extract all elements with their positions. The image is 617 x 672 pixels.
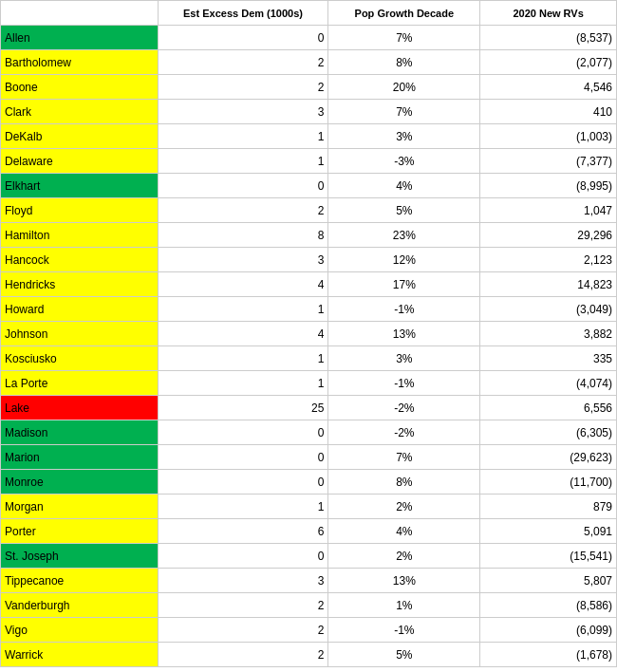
table-row: Hendricks417%14,823: [1, 272, 617, 297]
county-name-cell: Vanderburgh: [1, 593, 159, 618]
new-rv-cell: 4,546: [480, 75, 617, 100]
county-name-cell: Hendricks: [1, 272, 159, 297]
table-row: Hamilton823%29,296: [1, 223, 617, 248]
new-rv-cell: (8,995): [480, 174, 617, 198]
excess-dem-cell: 0: [158, 420, 328, 445]
county-name-cell: Vigo: [1, 618, 159, 643]
excess-dem-cell: 0: [158, 174, 328, 198]
county-name-cell: Tippecanoe: [1, 569, 159, 593]
county-name-cell: Lake: [1, 396, 159, 420]
table-row: Monroe08%(11,700): [1, 470, 617, 495]
pop-growth-cell: 13%: [328, 569, 480, 593]
table-row: Marion07%(29,623): [1, 445, 617, 470]
data-table: Est Excess Dem (1000s) Pop Growth Decade…: [0, 0, 617, 667]
county-name-cell: Kosciusko: [1, 346, 159, 371]
new-rv-cell: (8,586): [480, 593, 617, 618]
pop-growth-cell: 23%: [328, 223, 480, 248]
county-name-cell: St. Joseph: [1, 544, 159, 569]
pop-growth-cell: 3%: [328, 124, 480, 149]
new-rv-cell: 6,556: [480, 396, 617, 420]
county-name-cell: Howard: [1, 297, 159, 322]
pop-growth-cell: -1%: [328, 297, 480, 322]
new-rv-cell: 335: [480, 346, 617, 371]
county-name-cell: Boone: [1, 75, 159, 100]
pop-growth-cell: -2%: [328, 420, 480, 445]
county-name-cell: Hamilton: [1, 223, 159, 248]
county-name-cell: Marion: [1, 445, 159, 470]
table-row: Johnson413%3,882: [1, 322, 617, 346]
county-name-cell: Allen: [1, 26, 159, 50]
new-rv-cell: (1,003): [480, 124, 617, 149]
excess-dem-cell: 1: [158, 346, 328, 371]
county-name-cell: Monroe: [1, 470, 159, 495]
table-row: Warrick25%(1,678): [1, 643, 617, 667]
excess-dem-cell: 1: [158, 371, 328, 396]
table-row: Morgan12%879: [1, 495, 617, 519]
pop-growth-cell: -3%: [328, 149, 480, 174]
new-rv-cell: 1,047: [480, 198, 617, 223]
excess-dem-cell: 0: [158, 544, 328, 569]
excess-dem-cell: 4: [158, 272, 328, 297]
header-rv: 2020 New RVs: [480, 1, 617, 26]
excess-dem-cell: 0: [158, 445, 328, 470]
county-name-cell: Elkhart: [1, 174, 159, 198]
excess-dem-cell: 6: [158, 519, 328, 544]
excess-dem-cell: 2: [158, 198, 328, 223]
pop-growth-cell: 17%: [328, 272, 480, 297]
header-county: [1, 1, 159, 26]
table-row: Kosciusko13%335: [1, 346, 617, 371]
table-row: Madison0-2%(6,305): [1, 420, 617, 445]
table-row: Boone220%4,546: [1, 75, 617, 100]
pop-growth-cell: 20%: [328, 75, 480, 100]
new-rv-cell: (4,074): [480, 371, 617, 396]
pop-growth-cell: -2%: [328, 396, 480, 420]
county-name-cell: Porter: [1, 519, 159, 544]
excess-dem-cell: 1: [158, 149, 328, 174]
new-rv-cell: 5,807: [480, 569, 617, 593]
pop-growth-cell: 2%: [328, 544, 480, 569]
excess-dem-cell: 3: [158, 100, 328, 124]
county-name-cell: Johnson: [1, 322, 159, 346]
pop-growth-cell: -1%: [328, 371, 480, 396]
new-rv-cell: (15,541): [480, 544, 617, 569]
county-name-cell: Delaware: [1, 149, 159, 174]
county-name-cell: Bartholomew: [1, 50, 159, 75]
table-row: Porter64%5,091: [1, 519, 617, 544]
header-excess: Est Excess Dem (1000s): [158, 1, 328, 26]
pop-growth-cell: 7%: [328, 100, 480, 124]
table-row: Delaware1-3%(7,377): [1, 149, 617, 174]
table-row: St. Joseph02%(15,541): [1, 544, 617, 569]
county-name-cell: Madison: [1, 420, 159, 445]
new-rv-cell: (6,099): [480, 618, 617, 643]
pop-growth-cell: 2%: [328, 495, 480, 519]
new-rv-cell: 2,123: [480, 248, 617, 272]
excess-dem-cell: 25: [158, 396, 328, 420]
table-row: Vigo2-1%(6,099): [1, 618, 617, 643]
new-rv-cell: (29,623): [480, 445, 617, 470]
pop-growth-cell: 5%: [328, 643, 480, 667]
new-rv-cell: (11,700): [480, 470, 617, 495]
new-rv-cell: (2,077): [480, 50, 617, 75]
county-name-cell: Morgan: [1, 495, 159, 519]
pop-growth-cell: 7%: [328, 26, 480, 50]
table-row: Floyd25%1,047: [1, 198, 617, 223]
excess-dem-cell: 1: [158, 495, 328, 519]
county-name-cell: Floyd: [1, 198, 159, 223]
new-rv-cell: (3,049): [480, 297, 617, 322]
table-row: Clark37%410: [1, 100, 617, 124]
pop-growth-cell: 3%: [328, 346, 480, 371]
new-rv-cell: (1,678): [480, 643, 617, 667]
new-rv-cell: 14,823: [480, 272, 617, 297]
table-row: Allen07%(8,537): [1, 26, 617, 50]
new-rv-cell: 3,882: [480, 322, 617, 346]
excess-dem-cell: 1: [158, 297, 328, 322]
new-rv-cell: 5,091: [480, 519, 617, 544]
pop-growth-cell: 5%: [328, 198, 480, 223]
new-rv-cell: (8,537): [480, 26, 617, 50]
county-name-cell: DeKalb: [1, 124, 159, 149]
table-row: Bartholomew28%(2,077): [1, 50, 617, 75]
new-rv-cell: 879: [480, 495, 617, 519]
pop-growth-cell: 12%: [328, 248, 480, 272]
new-rv-cell: (7,377): [480, 149, 617, 174]
excess-dem-cell: 2: [158, 643, 328, 667]
